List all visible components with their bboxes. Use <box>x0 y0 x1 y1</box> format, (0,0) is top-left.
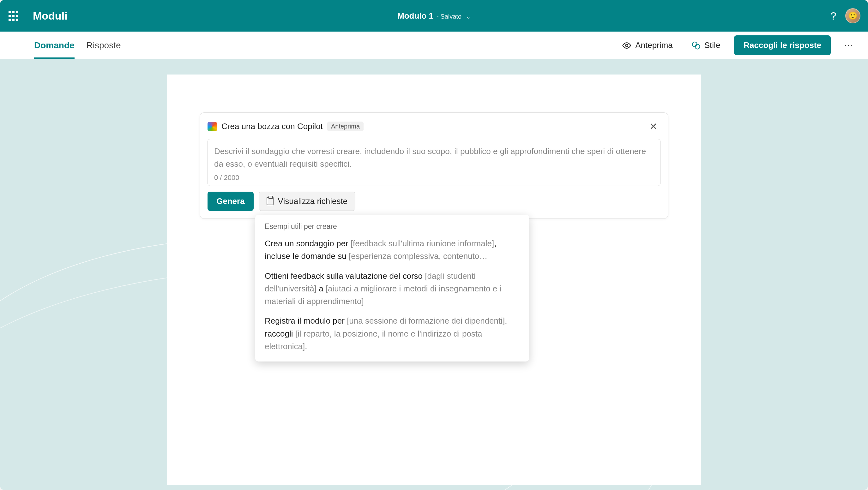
prompt-hint: [il reparto, la posizione, il nome e l'i… <box>265 329 482 351</box>
form-title: Modulo 1 <box>397 11 433 21</box>
preview-label: Anteprima <box>635 40 673 50</box>
prompt-hint: [feedback sull'ultima riunione informale… <box>351 239 494 248</box>
preview-button[interactable]: Anteprima <box>618 38 677 53</box>
prompt-suggestion[interactable]: Ottieni feedback sulla valutazione del c… <box>265 270 520 308</box>
tab-responses[interactable]: Risposte <box>87 32 121 59</box>
header-bar: Moduli Modulo 1 - Salvato ⌄ ? 🙂 <box>0 0 868 32</box>
app-launcher-icon[interactable] <box>7 10 19 22</box>
view-prompts-button[interactable]: Visualizza richieste <box>259 192 356 211</box>
collect-responses-button[interactable]: Raccogli le risposte <box>734 35 831 55</box>
more-icon[interactable]: ⋯ <box>840 38 857 53</box>
help-icon[interactable]: ? <box>830 10 836 22</box>
prompt-hint: [esperienza complessiva, contenuto… <box>349 251 487 261</box>
prompt-text: a <box>316 284 326 293</box>
char-count: 0 / 2000 <box>214 174 654 182</box>
preview-badge: Anteprima <box>327 122 364 131</box>
style-button[interactable]: Stile <box>687 38 725 53</box>
prompt-text: Registra il modulo per <box>265 316 347 326</box>
generate-button[interactable]: Genera <box>208 192 254 211</box>
close-icon[interactable]: ✕ <box>646 120 660 133</box>
form-title-dropdown[interactable]: Modulo 1 - Salvato ⌄ <box>397 11 471 21</box>
app-name[interactable]: Moduli <box>33 10 68 22</box>
saved-status: - Salvato <box>436 13 462 20</box>
prompts-popover: Esempi utili per creare Crea un sondaggi… <box>255 215 529 361</box>
prompt-hint: [una sessione di formazione dei dipenden… <box>347 316 505 326</box>
copilot-icon <box>208 122 217 131</box>
prompt-placeholder: Descrivi il sondaggio che vorresti crear… <box>214 145 654 170</box>
copilot-title: Crea una bozza con Copilot <box>221 122 323 131</box>
copilot-prompt-input[interactable]: Descrivi il sondaggio che vorresti crear… <box>208 139 660 186</box>
prompt-text: . <box>305 341 307 351</box>
prompt-suggestion[interactable]: Registra il modulo per [una sessione di … <box>265 315 520 353</box>
toolbar: Domande Risposte Anteprima Stile Raccogl… <box>0 32 868 59</box>
style-icon <box>691 41 701 50</box>
view-prompts-label: Visualizza richieste <box>278 196 348 206</box>
eye-icon <box>622 41 631 50</box>
svg-point-0 <box>626 44 628 47</box>
copilot-card: Crea una bozza con Copilot Anteprima ✕ D… <box>199 112 669 219</box>
prompt-text: Crea un sondaggio per <box>265 239 351 248</box>
popover-title: Esempi utili per creare <box>265 222 520 231</box>
avatar[interactable]: 🙂 <box>845 8 861 23</box>
prompt-text: Ottieni feedback sulla valutazione del c… <box>265 271 425 281</box>
clipboard-icon <box>267 197 274 205</box>
tab-questions[interactable]: Domande <box>34 32 74 59</box>
app-window: Moduli Modulo 1 - Salvato ⌄ ? 🙂 Domande … <box>0 0 868 490</box>
style-label: Stile <box>704 40 720 50</box>
chevron-down-icon: ⌄ <box>466 13 471 20</box>
prompt-suggestion[interactable]: Crea un sondaggio per [feedback sull'ult… <box>265 237 520 263</box>
